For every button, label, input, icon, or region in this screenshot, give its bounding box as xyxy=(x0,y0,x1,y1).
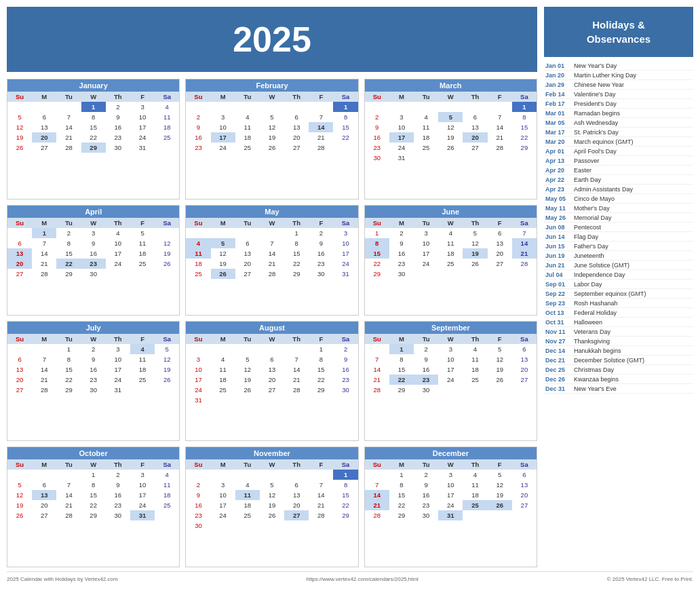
calendar-day xyxy=(186,102,210,112)
day-header-w: W xyxy=(260,218,284,228)
calendar-day: 14 xyxy=(309,122,333,132)
calendar-day xyxy=(260,520,284,531)
calendar-day: 17 xyxy=(106,364,130,375)
holiday-item: Jun 21June Solstice (GMT) xyxy=(544,261,693,270)
calendar-day: 27 xyxy=(488,259,512,269)
month-block-august: AugustSuMTuWThFSa12345678910111213141516… xyxy=(185,321,358,442)
holiday-date: Dec 21 xyxy=(545,357,571,364)
calendar-day: 26 xyxy=(488,500,512,510)
holiday-name: December Solstice (GMT) xyxy=(574,357,644,364)
calendar-day xyxy=(130,269,155,279)
calendar-day xyxy=(309,520,333,531)
calendar-day xyxy=(414,102,438,112)
calendar-day: 16 xyxy=(186,500,210,510)
holiday-date: Nov 11 xyxy=(545,328,571,335)
holiday-name: Martin Luther King Day xyxy=(574,72,636,79)
calendar-day xyxy=(155,510,179,520)
calendar-day xyxy=(130,385,155,395)
calendar-day: 7 xyxy=(32,354,56,364)
calendar-day: 13 xyxy=(235,248,260,259)
calendar-day: 27 xyxy=(512,500,537,510)
calendar-day: 3 xyxy=(186,354,210,364)
day-header-w: W xyxy=(438,218,463,228)
calendar-day: 1 xyxy=(32,228,56,238)
calendar-day: 6 xyxy=(488,228,512,238)
calendar-day xyxy=(309,395,333,405)
calendar-day: 15 xyxy=(365,248,389,259)
calendar-day: 2 xyxy=(309,228,333,238)
holiday-name: Pentecost xyxy=(574,224,601,231)
calendar-day: 23 xyxy=(414,375,438,385)
calendar-day: 28 xyxy=(32,269,56,279)
calendar-day: 17 xyxy=(414,248,438,259)
calendar-day: 20 xyxy=(7,375,32,385)
calendar-day: 17 xyxy=(389,132,414,142)
day-header-su: Su xyxy=(186,218,210,228)
holiday-date: Nov 27 xyxy=(545,338,571,345)
calendar-day: 3 xyxy=(333,228,357,238)
day-header-tu: Tu xyxy=(414,92,438,102)
calendar-day: 15 xyxy=(309,364,333,375)
calendar-day: 22 xyxy=(333,500,357,510)
month-block-june: JuneSuMTuWThFSa1234567891011121314151617… xyxy=(364,205,537,316)
calendar-day: 2 xyxy=(186,480,210,490)
holiday-name: Flag Day xyxy=(574,233,598,240)
calendar-day: 7 xyxy=(488,112,512,122)
calendar-day: 28 xyxy=(32,385,56,395)
calendar-day: 15 xyxy=(512,122,537,132)
calendar-day: 14 xyxy=(32,364,56,375)
calendar-day: 5 xyxy=(7,480,32,490)
calendar-day: 5 xyxy=(260,112,284,122)
calendar-day: 13 xyxy=(7,364,32,375)
day-header-su: Su xyxy=(7,218,32,228)
calendar-day: 28 xyxy=(309,142,333,153)
holiday-name: June Solstice (GMT) xyxy=(574,262,629,269)
holiday-date: Jun 08 xyxy=(545,224,571,231)
calendar-day xyxy=(284,102,309,112)
calendar-day: 4 xyxy=(155,470,179,480)
calendar-day: 16 xyxy=(389,248,414,259)
calendar-day: 22 xyxy=(81,500,106,510)
calendar-day: 15 xyxy=(333,122,357,132)
calendar-day: 29 xyxy=(365,269,389,279)
holiday-item: Sep 23Rosh Hashanah xyxy=(544,299,693,308)
calendar-day: 16 xyxy=(186,132,210,142)
calendar-day xyxy=(260,102,284,112)
calendar-day xyxy=(488,102,512,112)
holiday-item: Oct 31Halloween xyxy=(544,318,693,327)
day-header-tu: Tu xyxy=(414,334,438,344)
calendar-day: 4 xyxy=(414,112,438,122)
calendar-day: 15 xyxy=(81,122,106,132)
day-header-w: W xyxy=(438,92,463,102)
day-header-tu: Tu xyxy=(235,218,260,228)
holiday-item: Mar 05Ash Wednesday xyxy=(544,118,693,128)
calendar-day: 5 xyxy=(7,112,32,122)
day-header-f: F xyxy=(488,218,512,228)
calendar-day: 17 xyxy=(130,490,155,500)
calendar-day: 23 xyxy=(81,375,106,385)
calendar-day: 18 xyxy=(186,259,210,269)
holiday-name: New Year's Eve xyxy=(574,385,617,392)
holiday-date: May 11 xyxy=(545,205,571,212)
holiday-item: Jun 15Father's Day xyxy=(544,242,693,251)
day-header-w: W xyxy=(81,218,106,228)
sidebar-header: Holidays &Observances xyxy=(544,7,693,57)
calendar-day xyxy=(333,142,357,153)
calendar-day xyxy=(414,153,438,163)
calendar-day: 20 xyxy=(488,248,512,259)
calendar-day: 31 xyxy=(389,153,414,163)
calendar-day: 15 xyxy=(389,490,414,500)
calendar-day xyxy=(32,344,56,354)
calendar-day: 10 xyxy=(438,354,463,364)
calendar-day: 31 xyxy=(130,142,155,153)
calendar-day xyxy=(235,520,260,531)
calendar-day: 14 xyxy=(56,122,81,132)
calendar-day xyxy=(333,395,357,405)
calendar-day: 22 xyxy=(81,132,106,142)
calendar-day: 30 xyxy=(106,510,130,520)
calendar-day: 21 xyxy=(32,259,56,269)
calendar-day: 23 xyxy=(186,142,210,153)
holiday-date: Mar 17 xyxy=(545,129,571,136)
calendar-day: 21 xyxy=(309,500,333,510)
holiday-item: Mar 17St. Patrick's Day xyxy=(544,128,693,137)
